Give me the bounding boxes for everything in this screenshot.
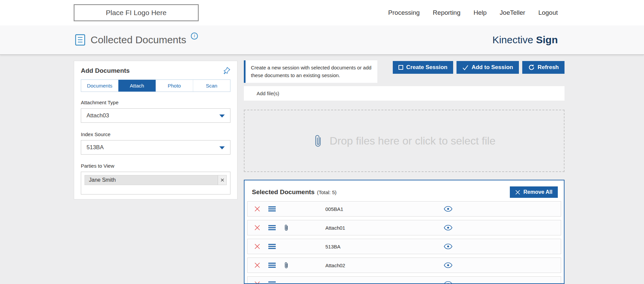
attachment-type-value: Attach03 (87, 112, 109, 119)
add-files-label: Add file(s) (257, 91, 279, 96)
add-documents-card: Add Documents Documents Attach Photo Sca… (74, 61, 237, 200)
selected-documents-total: (Total: 5) (317, 189, 336, 195)
create-session-label: Create Session (406, 64, 447, 71)
add-to-session-label: Add to Session (472, 64, 513, 71)
app-window: Place FI Logo Here Processing Reporting … (0, 0, 644, 284)
drag-handle-icon[interactable] (268, 263, 276, 268)
doc-name: Attach02 (325, 263, 345, 268)
create-session-icon (398, 65, 403, 70)
party-tag-label: Jane Smith (85, 177, 218, 183)
party-tag-remove-button[interactable] (218, 175, 226, 185)
remove-doc-icon[interactable] (254, 225, 260, 231)
add-documents-header: Add Documents (81, 67, 230, 75)
doc-name: 005BA1 (325, 206, 343, 212)
dropzone-text: Drop files here or click to select file (330, 135, 495, 147)
drag-handle-icon[interactable] (268, 225, 276, 230)
create-session-button[interactable]: Create Session (393, 61, 453, 74)
index-source-label: Index Source (81, 131, 230, 137)
chevron-down-icon (219, 146, 225, 149)
chevron-down-icon (219, 114, 225, 117)
paperclip-icon (313, 133, 323, 148)
remove-doc-icon[interactable] (254, 281, 260, 284)
drag-handle-icon[interactable] (268, 282, 276, 284)
fi-logo-placeholder-text: Place FI Logo Here (106, 9, 167, 17)
preview-eye-icon[interactable] (444, 263, 452, 268)
info-icon[interactable]: i (191, 33, 198, 40)
drag-handle-icon[interactable] (268, 244, 276, 249)
pin-icon[interactable] (222, 67, 230, 75)
doc-row: Attach01 (247, 220, 561, 235)
nav-item-user[interactable]: JoeTeller (500, 9, 525, 16)
top-bar: Place FI Logo Here Processing Reporting … (0, 0, 644, 25)
tab-documents[interactable]: Documents (81, 80, 118, 92)
attachment-paperclip-icon (284, 224, 289, 231)
drag-handle-icon[interactable] (268, 207, 276, 212)
preview-eye-icon[interactable] (444, 244, 452, 249)
add-documents-title: Add Documents (81, 67, 130, 74)
tab-scan[interactable]: Scan (193, 80, 230, 92)
top-navigation: Processing Reporting Help JoeTeller Logo… (388, 0, 558, 25)
remove-doc-icon[interactable] (254, 262, 260, 268)
index-source-value: 513BA (87, 144, 104, 151)
remove-all-label: Remove All (523, 189, 552, 195)
brand-name: Kinective (492, 34, 533, 45)
session-buttons: Create Session Add to Session Refresh (393, 61, 565, 74)
selected-documents-list: 005BA1 Attach01 (245, 200, 564, 284)
selected-documents-title-group: Selected Documents (Total: 5) (252, 188, 336, 196)
selected-documents-panel: Selected Documents (Total: 5) Remove All… (244, 180, 565, 284)
doc-row: 513BA (247, 239, 561, 254)
refresh-icon (528, 64, 535, 71)
preview-eye-icon[interactable] (444, 281, 452, 284)
nav-item-reporting[interactable]: Reporting (433, 9, 460, 16)
parties-to-view-input[interactable]: Jane Smith (81, 172, 230, 194)
doc-row (247, 276, 561, 284)
remove-doc-icon[interactable] (254, 243, 260, 249)
selected-documents-header: Selected Documents (Total: 5) Remove All (245, 180, 564, 200)
brand-logo: Kinective Sign (492, 34, 558, 46)
add-to-session-button[interactable]: Add to Session (457, 61, 519, 74)
nav-item-logout[interactable]: Logout (538, 9, 558, 16)
doc-row: Attach02 (247, 258, 561, 273)
remove-doc-icon[interactable] (254, 206, 260, 212)
index-source-select[interactable]: 513BA (81, 140, 230, 155)
close-icon (515, 190, 520, 195)
doc-name: 513BA (325, 244, 340, 249)
selected-documents-title: Selected Documents (252, 188, 315, 196)
nav-item-processing[interactable]: Processing (388, 9, 420, 16)
tab-photo[interactable]: Photo (156, 80, 193, 92)
tab-attach[interactable]: Attach (118, 80, 155, 92)
refresh-button[interactable]: Refresh (522, 61, 565, 74)
doc-row: 005BA1 (247, 201, 561, 217)
attachment-paperclip-icon (284, 262, 289, 269)
attachment-type-label: Attachment Type (81, 100, 230, 106)
preview-eye-icon[interactable] (444, 225, 452, 231)
check-icon (462, 65, 469, 70)
remove-all-button[interactable]: Remove All (510, 186, 558, 198)
add-documents-tabs: Documents Attach Photo Scan (81, 79, 230, 92)
page-title-group: Collected Documents i (75, 25, 198, 54)
party-tag: Jane Smith (85, 175, 227, 185)
collected-documents-icon (75, 34, 85, 46)
brand-product: Sign (536, 34, 558, 45)
page-header: Collected Documents i Kinective Sign (0, 25, 644, 55)
fi-logo-placeholder: Place FI Logo Here (74, 4, 199, 21)
nav-item-help[interactable]: Help (474, 9, 487, 16)
attachment-type-select[interactable]: Attach03 (81, 108, 230, 123)
parties-to-view-label: Parties to View (81, 163, 230, 169)
preview-eye-icon[interactable] (444, 206, 452, 212)
page-title: Collected Documents (91, 34, 186, 46)
add-files-bar[interactable]: Add file(s) (244, 86, 565, 101)
file-dropzone[interactable]: Drop files here or click to select file (244, 110, 565, 172)
session-info-message: Create a new session with selected docum… (244, 60, 377, 83)
refresh-label: Refresh (538, 64, 559, 71)
doc-name: Attach01 (325, 225, 345, 231)
